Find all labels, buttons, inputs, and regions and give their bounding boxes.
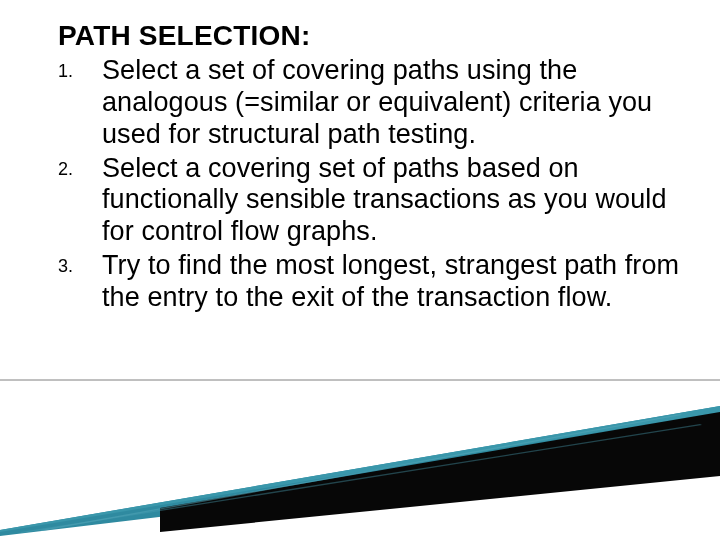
- decorative-3d-shape: [0, 320, 720, 540]
- slide: PATH SELECTION: 1. Select a set of cover…: [0, 0, 720, 540]
- list-item: 2. Select a covering set of paths based …: [58, 153, 680, 249]
- list-text: Try to find the most longest, strangest …: [102, 250, 679, 312]
- heading: PATH SELECTION:: [58, 18, 680, 53]
- content-block: PATH SELECTION: 1. Select a set of cover…: [58, 18, 680, 316]
- list-text: Select a set of covering paths using the…: [102, 55, 652, 149]
- list-item: 1. Select a set of covering paths using …: [58, 55, 680, 151]
- svg-marker-2: [0, 406, 720, 532]
- svg-marker-1: [0, 406, 720, 536]
- list-text: Select a covering set of paths based on …: [102, 153, 667, 247]
- svg-marker-4: [40, 414, 682, 531]
- list-item: 3. Try to find the most longest, strange…: [58, 250, 680, 314]
- list-number: 1.: [58, 61, 73, 82]
- numbered-list: 1. Select a set of covering paths using …: [58, 55, 680, 314]
- svg-marker-3: [160, 412, 720, 532]
- svg-marker-5: [20, 424, 702, 533]
- list-number: 3.: [58, 256, 73, 277]
- list-number: 2.: [58, 159, 73, 180]
